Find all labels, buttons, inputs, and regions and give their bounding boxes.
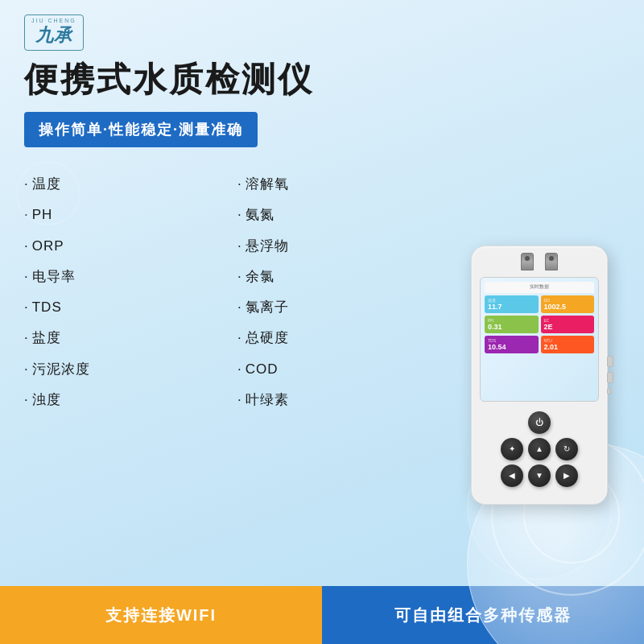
feature-turbidity: 浊度 xyxy=(24,387,237,413)
screen-value-5: 2.01 xyxy=(544,343,592,351)
feature-row-3: ORP 悬浮物 xyxy=(24,233,451,259)
brand-chinese: 九承 xyxy=(35,23,72,47)
bottom-left-panel: 支持连接WIFI xyxy=(0,586,322,644)
screen-grid: 温度 11.7 DO 1002.5 PH 0.31 EC xyxy=(485,295,594,353)
device-power-button[interactable]: ⏻ xyxy=(528,411,551,434)
features-list: 温度 溶解氧 PH 氨氮 ORP 悬浮物 电导率 余氯 TDS 氯离子 盐度 总… xyxy=(24,163,451,586)
device-refresh-button[interactable]: ↻ xyxy=(555,438,578,460)
feature-row-8: 浊度 叶绿素 xyxy=(24,387,451,413)
left-arrow-icon: ◀ xyxy=(509,471,515,480)
feature-ammonia: 氨氮 xyxy=(237,202,451,228)
feature-residual-chlorine: 余氯 xyxy=(237,264,451,290)
feature-sludge: 污泥浓度 xyxy=(24,357,237,382)
device-settings-button[interactable]: ✦ xyxy=(501,438,523,460)
side-button-2 xyxy=(607,372,613,383)
side-button-1 xyxy=(607,356,613,367)
screen-cell-0: 温度 11.7 xyxy=(485,295,539,313)
device-screen: 实时数据 温度 11.7 DO 1002.5 PH 0.3 xyxy=(480,277,599,402)
device-buttons: ⏻ ✦ ▲ ↻ xyxy=(480,408,599,494)
feature-row-1: 温度 溶解氧 xyxy=(24,171,451,197)
screen-cell-3: EC 2E xyxy=(541,316,595,333)
feature-row-6: 盐度 总硬度 xyxy=(24,325,451,351)
screen-cell-5: NTU 2.01 xyxy=(541,336,595,353)
feature-conductivity: 电导率 xyxy=(24,264,237,290)
feature-row-7: 污泥浓度 COD xyxy=(24,357,451,382)
feature-salinity: 盐度 xyxy=(24,325,237,351)
button-row-middle: ✦ ▲ ↻ xyxy=(485,438,594,460)
feature-chlorophyll: 叶绿素 xyxy=(237,387,451,413)
screen-value-3: 2E xyxy=(544,323,592,331)
settings-icon: ✦ xyxy=(509,444,515,453)
screen-cell-2: PH 0.31 xyxy=(485,316,539,333)
feature-orp: ORP xyxy=(24,233,237,259)
content-area: 温度 溶解氧 PH 氨氮 ORP 悬浮物 电导率 余氯 TDS 氯离子 盐度 总… xyxy=(0,163,644,586)
screen-value-1: 1002.5 xyxy=(544,303,592,311)
right-arrow-icon: ▶ xyxy=(564,471,570,480)
device-right-button[interactable]: ▶ xyxy=(555,464,578,487)
button-row-power: ⏻ xyxy=(485,411,594,434)
screen-value-2: 0.31 xyxy=(488,323,535,331)
wifi-text: 支持连接WIFI xyxy=(105,605,217,626)
connector-1 xyxy=(521,253,534,270)
device-area: 实时数据 温度 11.7 DO 1002.5 PH 0.3 xyxy=(451,163,628,586)
feature-cod: COD xyxy=(237,357,451,382)
screen-cell-4: TDS 10.54 xyxy=(485,336,539,353)
screen-cell-1: DO 1002.5 xyxy=(541,295,595,313)
brand-top-text: JIU CHENG xyxy=(31,18,76,23)
screen-header: 实时数据 xyxy=(485,282,594,293)
device-left-button[interactable]: ◀ xyxy=(501,464,523,487)
device-body: 实时数据 温度 11.7 DO 1002.5 PH 0.3 xyxy=(471,246,608,505)
feature-row-5: TDS 氯离子 xyxy=(24,295,451,320)
up-arrow-icon: ▲ xyxy=(535,444,543,453)
feature-suspended: 悬浮物 xyxy=(237,233,451,259)
subtitle-banner: 操作简单·性能稳定·测量准确 xyxy=(24,112,258,147)
power-icon: ⏻ xyxy=(535,418,543,427)
top-area: JIU CHENG 九承 便携式水质检测仪 操作简单·性能稳定·测量准确 xyxy=(0,0,644,163)
down-arrow-icon: ▼ xyxy=(535,471,543,480)
button-row-arrows: ◀ ▼ ▶ xyxy=(485,464,594,487)
screen-title: 实时数据 xyxy=(530,283,549,291)
side-button-3 xyxy=(607,388,611,394)
brand-logo: JIU CHENG 九承 xyxy=(24,14,84,51)
feature-hardness: 总硬度 xyxy=(237,325,451,351)
connector-2 xyxy=(545,253,558,270)
feature-tds: TDS xyxy=(24,295,237,320)
device-down-button[interactable]: ▼ xyxy=(528,464,551,487)
device-connectors xyxy=(480,253,599,270)
refresh-icon: ↻ xyxy=(564,444,570,453)
logo-area: JIU CHENG 九承 xyxy=(24,14,620,51)
device-up-button[interactable]: ▲ xyxy=(528,438,551,460)
main-title: 便携式水质检测仪 xyxy=(24,57,620,102)
water-decoration-3 xyxy=(16,161,80,225)
screen-value-0: 11.7 xyxy=(488,303,535,311)
feature-chloride: 氯离子 xyxy=(237,295,451,320)
feature-row-4: 电导率 余氯 xyxy=(24,264,451,290)
feature-row-2: PH 氨氮 xyxy=(24,202,451,228)
screen-value-4: 10.54 xyxy=(488,343,535,351)
side-buttons xyxy=(607,356,613,394)
feature-dissolved-oxygen: 溶解氧 xyxy=(237,171,451,197)
